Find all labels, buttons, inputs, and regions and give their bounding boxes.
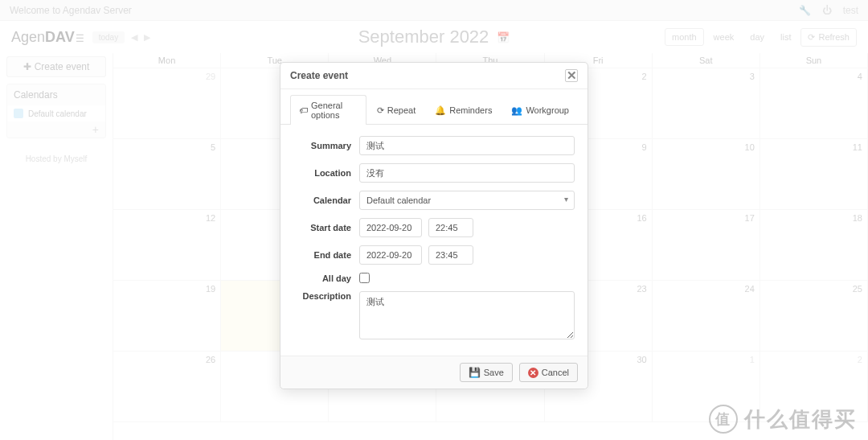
location-label: Location	[293, 168, 359, 178]
end-time-input[interactable]	[428, 245, 473, 265]
end-date-label: End date	[293, 250, 359, 260]
modal-header: Create event ✕	[280, 63, 588, 89]
all-day-checkbox[interactable]	[359, 273, 370, 283]
cancel-button[interactable]: ✕ Cancel	[519, 363, 578, 382]
tab-reminders[interactable]: 🔔 Reminders	[426, 95, 501, 125]
modal-tabs: 🏷 General options ⟳ Repeat 🔔 Reminders 👥…	[280, 94, 588, 125]
close-icon[interactable]: ✕	[565, 69, 578, 82]
tab-general[interactable]: 🏷 General options	[290, 95, 366, 125]
repeat-icon: ⟳	[377, 105, 384, 116]
start-time-input[interactable]	[428, 218, 473, 237]
save-button[interactable]: 💾 Save	[460, 363, 513, 382]
summary-label: Summary	[293, 141, 359, 150]
save-icon: 💾	[469, 367, 481, 378]
start-date-input[interactable]	[359, 218, 422, 237]
group-icon: 👥	[511, 105, 522, 116]
create-event-modal: Create event ✕ 🏷 General options ⟳ Repea…	[280, 62, 588, 389]
tab-repeat[interactable]: ⟳ Repeat	[368, 95, 424, 125]
all-day-label: All day	[293, 273, 359, 283]
description-label: Description	[293, 291, 359, 301]
location-input[interactable]	[359, 163, 575, 183]
calendar-select[interactable]: Default calendar	[359, 191, 575, 210]
modal-body: Summary Location Calendar Default calend…	[280, 125, 588, 356]
calendar-label: Calendar	[293, 195, 359, 205]
modal-footer: 💾 Save ✕ Cancel	[280, 356, 588, 389]
start-date-label: Start date	[293, 223, 359, 232]
tab-workgroup[interactable]: 👥 Workgroup	[502, 95, 578, 125]
summary-input[interactable]	[359, 136, 575, 155]
modal-title: Create event	[290, 70, 348, 81]
end-date-input[interactable]	[359, 245, 422, 265]
bell-icon: 🔔	[435, 105, 446, 116]
cancel-icon: ✕	[528, 368, 538, 378]
description-textarea[interactable]	[359, 291, 575, 339]
tag-icon: 🏷	[299, 105, 308, 115]
